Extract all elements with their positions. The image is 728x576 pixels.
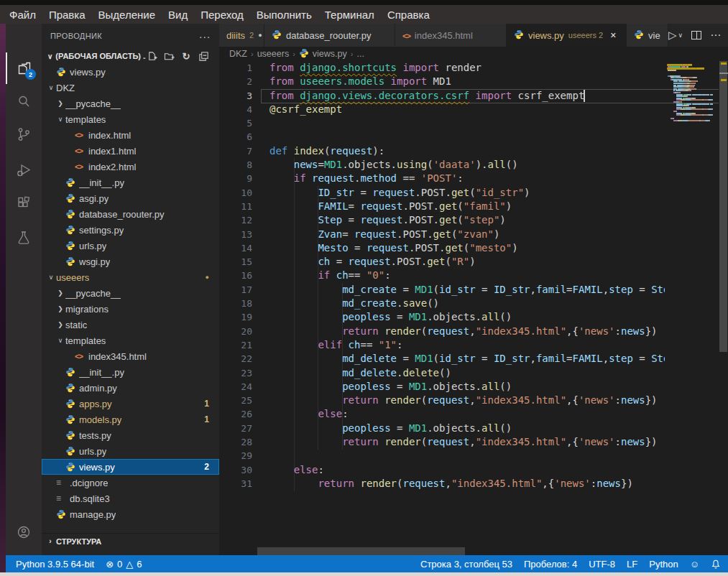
cursor-position[interactable]: Строка 3, столбец 53 <box>420 559 512 570</box>
code-line-18[interactable]: 18 md_create.save() <box>219 297 665 310</box>
code-line-24[interactable]: 24 peopless = MD1.objects.all() <box>219 380 665 394</box>
tree-item-settings.py[interactable]: settings.py <box>42 222 219 238</box>
tree-item-manage.py[interactable]: manage.py <box>42 506 219 522</box>
tree-item-static[interactable]: ❯static <box>42 317 219 333</box>
tree-item-__init__.py[interactable]: __init__.py <box>42 175 219 190</box>
tree-item-migrations[interactable]: ❯migrations <box>42 301 219 317</box>
code-line-11[interactable]: 11 FAMIL= request.POST.get("famil") <box>219 200 665 213</box>
code-line-29[interactable]: 29 <box>219 449 665 463</box>
collapse-all-button[interactable] <box>198 50 209 62</box>
tree-item-useeers[interactable]: ∨useeers● <box>42 269 219 285</box>
breadcrumb-item[interactable]: DKZ <box>229 49 247 59</box>
refresh-button[interactable]: ↻ <box>180 50 192 62</box>
tree-item-views.py[interactable]: views.py <box>42 64 219 80</box>
menu-правка[interactable]: Правка <box>42 7 92 22</box>
tree-item-__pycache__[interactable]: ❯__pycache__ <box>42 285 219 301</box>
python-interpreter-selector[interactable]: Python 3.9.5 64-bit <box>16 559 94 570</box>
tree-item-templates[interactable]: ∨templates <box>42 333 219 348</box>
code-line-28[interactable]: 28 return render(request,"index345.html"… <box>219 435 665 449</box>
code-editor[interactable]: 1from django.shortcuts import render2fro… <box>219 61 665 535</box>
run-button[interactable]: ▷∨ <box>668 29 683 42</box>
code-line-9[interactable]: 9 if request.method == 'POST': <box>219 172 665 185</box>
code-line-17[interactable]: 17 md_create = MD1(id_str = ID_str,famil… <box>219 283 665 297</box>
minimap[interactable] <box>665 61 719 141</box>
code-line-5[interactable]: 5 <box>219 116 665 130</box>
code-line-16[interactable]: 16 if ch== "0": <box>219 269 665 282</box>
tree-item-apps.py[interactable]: apps.py1 <box>42 396 219 412</box>
tab-views.py[interactable]: views.pyuseeers 2× <box>507 24 627 47</box>
tab-index345.html[interactable]: <>index345.html <box>395 24 507 47</box>
code-line-22[interactable]: 22 md_delete = MD1(id_str = ID_str,famil… <box>219 352 665 366</box>
menu-выполнить[interactable]: Выполнить <box>250 7 318 22</box>
tree-item-__pycache__[interactable]: ❯__pycache__ <box>42 96 219 111</box>
code-line-6[interactable]: 6 <box>219 130 665 144</box>
tree-item-__init__.py[interactable]: __init__.py <box>42 364 219 380</box>
code-line-26[interactable]: 26 else: <box>219 407 665 421</box>
tree-item-asgi.py[interactable]: asgi.py <box>42 190 219 206</box>
source-control-tab[interactable] <box>6 119 42 150</box>
tab-diiits[interactable]: diiits2● <box>219 24 264 47</box>
tree-item-tests.py[interactable]: tests.py <box>42 427 219 443</box>
indentation-setting[interactable]: Пробелов: 4 <box>524 559 577 570</box>
menu-переход[interactable]: Переход <box>194 7 250 22</box>
code-line-13[interactable]: 13 Zvan= request.POST.get("zvan") <box>219 228 665 241</box>
breadcrumb-item[interactable]: views.py <box>313 49 347 59</box>
tree-item-db.sqlite3[interactable]: ≡db.sqlite3 <box>42 491 219 506</box>
language-mode[interactable]: Python <box>649 559 678 570</box>
feedback-button[interactable]: ☺ <box>690 559 699 570</box>
explorer-tab[interactable]: 2 <box>6 52 42 84</box>
code-line-4[interactable]: 4@csrf_exempt <box>219 103 665 116</box>
menu-терминал[interactable]: Терминал <box>318 7 381 22</box>
tree-item-urls.py[interactable]: urls.py <box>42 443 219 459</box>
code-line-2[interactable]: 2from useeers.models import MD1 <box>219 75 665 88</box>
close-icon[interactable]: × <box>610 29 616 41</box>
horizontal-scrollbar-thumb[interactable] <box>257 547 465 555</box>
problems-indicator[interactable]: ⊗ 0 △ 6 <box>106 559 142 570</box>
code-line-25[interactable]: 25 return render(request,"index345.html"… <box>219 394 665 407</box>
tree-item-DKZ[interactable]: ∨DKZ <box>42 80 219 96</box>
run-debug-tab[interactable] <box>6 154 42 186</box>
new-folder-button[interactable] <box>163 50 175 62</box>
tree-item-.dcignore[interactable]: ≡.dcignore <box>42 475 219 491</box>
code-line-31[interactable]: 31 return render(request,"index345.html"… <box>219 477 665 491</box>
notifications-button[interactable] <box>711 559 721 570</box>
tree-item-urls.py[interactable]: urls.py <box>42 238 219 254</box>
tree-item-index.html[interactable]: <>index.html <box>42 127 219 143</box>
code-line-23[interactable]: 23 md_delete.delete() <box>219 366 665 380</box>
new-file-button[interactable] <box>146 50 157 62</box>
tree-item-index345.html[interactable]: <>index345.html <box>42 348 219 364</box>
accounts-button[interactable] <box>6 516 42 548</box>
breadcrumb-item[interactable]: ... <box>356 49 364 59</box>
extensions-tab[interactable] <box>6 187 42 219</box>
workspace-section-header[interactable]: ∨ (РАБОЧАЯ ОБЛАСТЬ) ... ↻ <box>42 48 219 64</box>
code-line-14[interactable]: 14 Mesto = request.POST.get("mesto") <box>219 241 665 255</box>
code-line-12[interactable]: 12 Step = request.POST.get("step") <box>219 213 665 227</box>
tree-item-views.py[interactable]: views.py2 <box>42 459 219 475</box>
outline-section-header[interactable]: › СТРУКТУРА <box>42 533 219 549</box>
tab-vie[interactable]: vie <box>627 24 668 47</box>
tree-item-database_roouter.py[interactable]: database_roouter.py <box>42 206 219 222</box>
testing-tab[interactable] <box>6 222 42 254</box>
code-line-30[interactable]: 30 else: <box>219 463 665 477</box>
tree-item-admin.py[interactable]: admin.py <box>42 380 219 396</box>
tree-item-models.py[interactable]: models.py1 <box>42 412 219 427</box>
tab-database_roouter.py[interactable]: database_roouter.py <box>264 24 395 47</box>
split-editor-button[interactable] <box>691 31 701 40</box>
menu-справка[interactable]: Справка <box>381 7 436 22</box>
code-line-27[interactable]: 27 peopless = MD1.objects.all() <box>219 422 665 435</box>
code-line-21[interactable]: 21 elif ch== "1": <box>219 338 665 352</box>
code-line-15[interactable]: 15 ch = request.POST.get("R") <box>219 255 665 269</box>
code-line-19[interactable]: 19 peopless = MD1.objects.all() <box>219 310 665 324</box>
vertical-scrollbar-thumb[interactable] <box>719 61 727 352</box>
tree-item-wsgi.py[interactable]: wsgi.py <box>42 254 219 269</box>
menu-вид[interactable]: Вид <box>162 7 194 22</box>
tree-item-index2.html[interactable]: <>index2.html <box>42 159 219 175</box>
tree-item-index1.html[interactable]: <>index1.html <box>42 143 219 159</box>
more-actions-button[interactable]: ⋯ <box>710 29 722 42</box>
encoding-setting[interactable]: UTF-8 <box>589 559 615 570</box>
sidebar-more-button[interactable]: ··· <box>199 30 211 42</box>
menu-файл[interactable]: Файл <box>3 7 42 22</box>
code-line-3[interactable]: 3from django.views.decorators.csrf impor… <box>219 89 665 103</box>
vertical-scrollbar[interactable] <box>719 61 728 549</box>
code-line-7[interactable]: 7def index(request): <box>219 144 665 158</box>
